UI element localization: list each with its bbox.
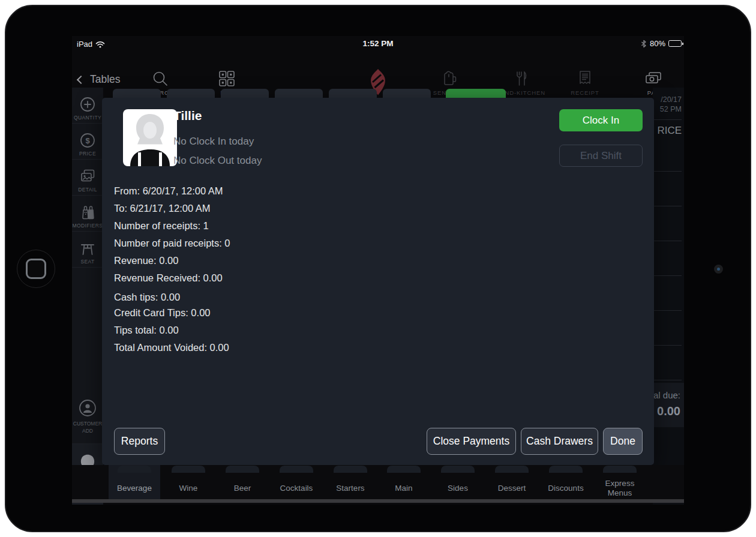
cash-drawers-button[interactable]: Cash Drawers: [521, 428, 598, 455]
quantity-plus-icon: [72, 95, 103, 113]
divider: [653, 119, 682, 120]
tab-sides[interactable]: Sides: [431, 465, 485, 499]
back-label: Tables: [90, 73, 121, 86]
clock-out-status: No Clock Out today: [173, 155, 262, 167]
sidebar-modifiers-label: MODIFIERS: [72, 223, 103, 229]
tab-starters[interactable]: Starters: [323, 465, 377, 499]
detail-photos-icon: [72, 167, 103, 185]
divider: [653, 310, 682, 311]
svg-text:$: $: [85, 136, 90, 145]
category-icon-tile: [226, 466, 259, 473]
category-icon-tile: [549, 466, 583, 473]
back-to-tables-button[interactable]: Tables: [78, 73, 121, 86]
category-icon-tile: [280, 466, 313, 473]
receipt-date: /20/17 52 PM: [653, 95, 682, 114]
table-tab-active[interactable]: [446, 89, 506, 98]
tab-dessert[interactable]: Dessert: [485, 465, 539, 499]
category-icon-tile: [603, 466, 637, 473]
divider: [653, 206, 682, 206]
done-button[interactable]: Done: [603, 428, 643, 455]
stat-total-voided: Total Amount Voided: 0.00: [114, 342, 474, 355]
tab-beverage[interactable]: Beverage: [107, 465, 161, 499]
price-dollar-icon: $: [72, 131, 103, 149]
end-shift-button[interactable]: End Shift: [559, 145, 643, 167]
pay-cash-icon: [623, 70, 683, 88]
tab-beer[interactable]: Beer: [215, 465, 269, 499]
receipt-price-header: RICE: [653, 125, 682, 137]
user-shift-modal: Tillie No Clock In today No Clock Out to…: [102, 98, 654, 465]
battery-icon: [668, 40, 683, 47]
category-bar: Beverage Wine Beer Cocktails Starters Ma…: [72, 465, 684, 499]
table-tab[interactable]: [329, 89, 377, 98]
stat-tips-total: Tips total: 0.00: [114, 325, 474, 338]
plu-grid-icon: [197, 70, 257, 88]
category-icon-tile: [387, 466, 421, 473]
sidebar-price-label: PRICE: [72, 151, 103, 157]
top-nav: Tables SEARCH: [72, 52, 684, 88]
modal-user-name: Tillie: [173, 109, 202, 123]
divider: [653, 345, 682, 346]
stat-credit-card-tips: Credit Card Tips: 0.00: [114, 307, 474, 320]
tab-discounts[interactable]: Discounts: [539, 465, 593, 499]
sidebar-item-modifiers[interactable]: MODIFIERS: [72, 196, 103, 232]
seat-table-icon: [72, 239, 103, 257]
home-button[interactable]: [26, 259, 46, 279]
beer-mug-icon: [420, 70, 480, 88]
divider: [653, 171, 682, 172]
receipt-panel: /20/17 52 PM RICE al due: 0.00: [653, 88, 684, 505]
table-tab[interactable]: [167, 89, 215, 98]
sidebar-item-seat[interactable]: SEAT: [72, 232, 103, 268]
sidebar-detail-label: DETAIL: [72, 187, 103, 193]
stat-revenue: Revenue: 0.00: [114, 255, 474, 268]
stat-to: To: 6/21/17, 12:00 AM: [114, 203, 474, 216]
sidebar-customer-add-label: CUSTOMER ADD: [72, 420, 103, 434]
sidebar-item-price[interactable]: $ PRICE: [72, 124, 103, 160]
tab-main[interactable]: Main: [377, 465, 431, 499]
status-bar: iPad 1:52 PM 80%: [72, 36, 684, 52]
clock-in-status: No Clock In today: [173, 136, 254, 148]
chevron-left-icon: [77, 75, 85, 83]
sidebar-quantity-label: QUANTITY: [72, 115, 103, 121]
sidebar-item-customer-add[interactable]: CUSTOMER ADD: [72, 390, 103, 444]
sidebar-item-quantity[interactable]: QUANTITY: [72, 88, 103, 124]
stat-receipts: Number of receipts: 1: [114, 220, 474, 233]
nav-receipt-label: RECEIPT: [555, 89, 615, 96]
screenshot-canvas: iPad 1:52 PM 80%: [0, 0, 756, 537]
stat-from: From: 6/20/17, 12:00 AM: [114, 185, 474, 199]
divider: [653, 275, 682, 276]
bluetooth-icon: [641, 40, 647, 48]
reports-button[interactable]: Reports: [114, 428, 165, 455]
category-icon-tile: [441, 466, 475, 473]
clock-in-button[interactable]: Clock In: [559, 109, 643, 131]
user-avatar-large: [123, 109, 177, 166]
divider: [653, 241, 682, 241]
category-icon-tile: [334, 466, 367, 473]
clock-time: 1:52 PM: [72, 39, 684, 48]
table-tab[interactable]: [383, 89, 431, 98]
receipt-total-block: al due: 0.00: [653, 383, 684, 427]
app-screen: iPad 1:52 PM 80%: [72, 36, 684, 505]
total-due-label: al due:: [653, 390, 680, 400]
left-toolbar: QUANTITY $ PRICE: [72, 88, 103, 505]
tab-cocktails[interactable]: Cocktails: [269, 465, 323, 499]
screen-bottom-strip: [72, 499, 684, 503]
tab-express-menus[interactable]: Express Menus: [593, 465, 647, 499]
category-icon-tile: [495, 466, 529, 473]
sidebar-item-detail[interactable]: DETAIL: [72, 160, 103, 196]
battery-percent: 80%: [650, 39, 665, 48]
category-icon-tile: [172, 466, 205, 473]
nav-receipt-button[interactable]: RECEIPT: [555, 70, 615, 96]
tab-wine[interactable]: Wine: [161, 465, 215, 499]
close-payments-button[interactable]: Close Payments: [427, 428, 516, 455]
category-icon-tile: [118, 466, 151, 473]
utensils-icon: [491, 70, 551, 88]
divider: [653, 380, 682, 380]
table-tab[interactable]: [221, 89, 269, 98]
camera-lens: [717, 268, 720, 271]
table-tab[interactable]: [113, 89, 161, 98]
table-tab[interactable]: [275, 89, 323, 98]
sidebar-seat-label: SEAT: [72, 259, 103, 265]
stat-cash-tips: Cash tips: 0.00: [114, 292, 474, 305]
customer-add-icon: [72, 398, 103, 418]
search-icon: [130, 70, 190, 88]
